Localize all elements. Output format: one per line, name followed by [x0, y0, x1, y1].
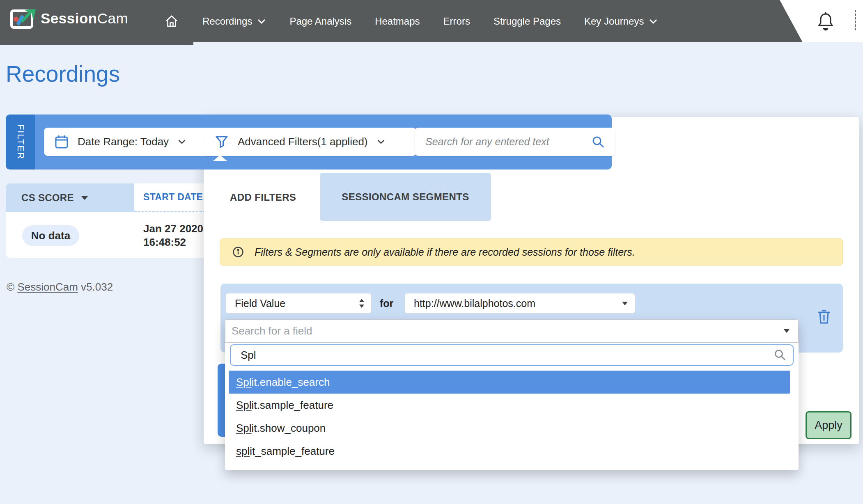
footer-copyright: © SessionCam v5.032	[7, 281, 113, 293]
dropdown-connector-arrow	[213, 155, 227, 161]
sessioncam-logo-icon	[10, 8, 36, 29]
app-window: SessionCam Recordings Page Analysis Heat…	[0, 0, 863, 504]
info-banner: Filters & Segments are only available if…	[220, 238, 843, 266]
advanced-filters-button[interactable]: Advanced Filters(1 applied)	[204, 128, 416, 156]
text-search-input[interactable]: Search for any entered text	[415, 128, 615, 156]
nav-page-analysis[interactable]: Page Analysis	[289, 16, 351, 27]
nav-menu: Recordings Page Analysis Heatmaps Errors…	[164, 0, 658, 42]
field-search-input[interactable]: Spl	[230, 344, 794, 366]
filter-collapse-tab[interactable]: FILTER	[6, 115, 35, 170]
delete-filter-icon[interactable]	[817, 308, 833, 325]
table-row[interactable]: No data Jan 27 2020, 16:48:52	[6, 212, 216, 258]
field-options-list: Split.enable_searchSplit.sample_featureS…	[229, 371, 790, 463]
home-icon	[164, 14, 179, 29]
chevron-down-icon	[377, 139, 385, 144]
footer-sessioncam-link[interactable]: SessionCam	[17, 281, 78, 293]
date-range-button[interactable]: Date Range: Today	[44, 128, 216, 156]
page-title: Recordings	[6, 61, 120, 87]
info-banner-text: Filters & Segments are only available if…	[255, 246, 635, 258]
navbar-corner-cutout	[780, 0, 863, 42]
nav-struggle-pages[interactable]: Struggle Pages	[493, 16, 561, 27]
site-select[interactable]: http://www.bilalphotos.com	[404, 293, 635, 314]
nav-recordings-label: Recordings	[202, 16, 252, 27]
start-date-label: START DATE	[143, 192, 203, 203]
info-icon	[232, 246, 244, 258]
field-option[interactable]: split_sample_feature	[229, 440, 790, 463]
caret-down-icon	[622, 301, 628, 306]
cs-score-label: CS SCORE	[21, 192, 74, 204]
field-search-dropdown: Search for a field Spl Split.enable_sear…	[225, 319, 799, 470]
nav-home[interactable]	[164, 14, 179, 29]
tab-add-filters[interactable]: ADD FILTERS	[222, 184, 304, 211]
brand-logo[interactable]: SessionCam	[10, 8, 128, 29]
cs-score-badge: No data	[22, 225, 79, 246]
nav-key-journeys[interactable]: Key Journeys	[584, 16, 658, 27]
filter-funnel-icon	[215, 135, 229, 149]
field-type-select[interactable]: Field Value	[225, 293, 372, 314]
start-date-value: Jan 27 2020, 16:48:52	[143, 222, 206, 249]
filter-tab-label: FILTER	[15, 124, 26, 160]
for-label: for	[380, 293, 393, 314]
sort-updown-icon	[359, 298, 365, 309]
caret-down-icon	[783, 329, 790, 333]
navbar-edge	[0, 42, 193, 45]
field-type-value: Field Value	[235, 298, 285, 309]
chevron-down-icon	[257, 18, 266, 24]
field-option[interactable]: Split.enable_search	[229, 371, 790, 394]
search-icon	[774, 349, 786, 361]
search-icon[interactable]	[592, 135, 605, 149]
notifications-bell-icon[interactable]	[817, 11, 834, 31]
field-select-placeholder: Search for a field	[232, 325, 312, 337]
nav-heatmaps[interactable]: Heatmaps	[375, 16, 420, 27]
nav-key-journeys-label: Key Journeys	[584, 16, 644, 27]
nav-recordings[interactable]: Recordings	[202, 16, 266, 27]
sort-desc-icon	[80, 195, 89, 200]
site-value: http://www.bilalphotos.com	[414, 298, 535, 309]
tab-sessioncam-segments[interactable]: SESSIONCAM SEGMENTS	[320, 173, 491, 221]
brand-name: SessionCam	[41, 10, 128, 27]
nav-errors[interactable]: Errors	[443, 16, 470, 27]
more-menu-icon[interactable]	[855, 10, 856, 30]
field-option[interactable]: Split.sample_feature	[229, 394, 790, 417]
field-select-box[interactable]: Search for a field	[225, 319, 799, 343]
filter-bar: FILTER Date Range: Today Advanced Filter…	[6, 115, 612, 170]
calendar-icon	[55, 135, 69, 149]
top-navbar: SessionCam Recordings Page Analysis Heat…	[0, 0, 863, 42]
chevron-down-icon	[178, 139, 186, 144]
text-search-placeholder: Search for any entered text	[425, 136, 549, 148]
field-option[interactable]: Split.show_coupon	[229, 417, 790, 440]
field-search-query: Spl	[241, 349, 256, 362]
column-header-cs-score[interactable]: CS SCORE	[6, 183, 134, 212]
date-range-label: Date Range: Today	[78, 135, 169, 148]
advanced-filters-label: Advanced Filters(1 applied)	[238, 135, 368, 148]
chevron-down-icon	[649, 18, 658, 24]
apply-button[interactable]: Apply	[806, 411, 852, 439]
